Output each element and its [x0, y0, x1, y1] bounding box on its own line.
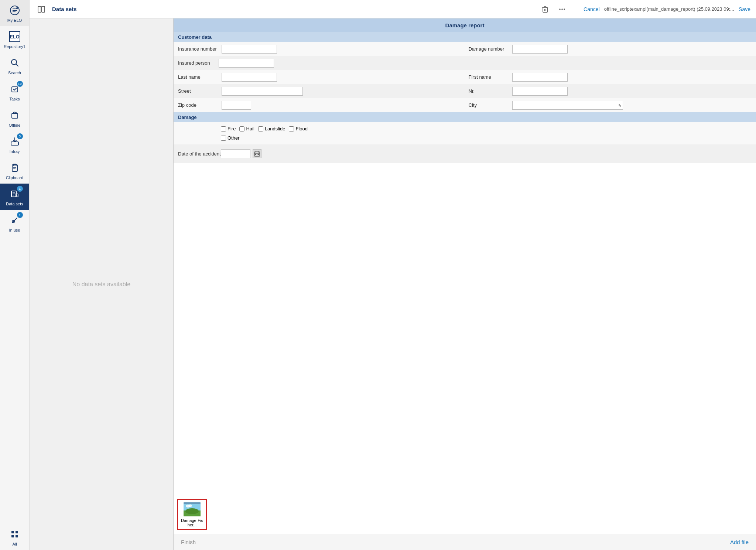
sidebar-item-label-my-elo: My ELO: [7, 18, 22, 23]
file-item[interactable]: Damage-Fisher...: [177, 499, 207, 530]
more-options-button[interactable]: [556, 3, 568, 16]
sidebar-item-all[interactable]: All: [0, 524, 29, 550]
damage-checkbox-group2: Other: [221, 135, 240, 141]
date-accident-label: Date of the accident: [178, 151, 221, 157]
file-title: offline_scriptexampl(main_damage_report)…: [604, 6, 734, 12]
svg-rect-45: [257, 154, 257, 155]
svg-point-4: [16, 8, 18, 9]
svg-rect-30: [543, 8, 547, 12]
other-checkbox-label[interactable]: Other: [221, 135, 240, 141]
damage-number-label: Damage number: [469, 46, 509, 52]
street-input[interactable]: [222, 87, 303, 96]
sidebar-item-clipboard[interactable]: Clipboard: [0, 157, 29, 184]
sidebar-item-in-use[interactable]: 1 In use: [0, 210, 29, 236]
insured-person-label: Insured person: [178, 60, 219, 66]
date-accident-input[interactable]: [221, 149, 250, 158]
fire-checkbox[interactable]: [221, 126, 226, 131]
main-content: Data sets Cancel offline_scriptexampl(ma…: [30, 0, 756, 550]
cancel-button[interactable]: Cancel: [584, 6, 600, 12]
flood-checkbox[interactable]: [289, 126, 294, 131]
sidebar-item-tasks[interactable]: 10 Tasks: [0, 79, 29, 105]
insurance-damage-row: Insurance number Damage number: [174, 42, 756, 56]
attachment-area: Damage-Fisher...: [174, 273, 756, 534]
sidebar: My ELO ELO Repository1 Search 10 Tasks: [0, 0, 30, 550]
topbar: Data sets Cancel offline_scriptexampl(ma…: [30, 0, 756, 18]
save-button[interactable]: Save: [739, 6, 750, 12]
form-header: Damage report: [174, 18, 756, 32]
sidebar-item-data-sets[interactable]: 1 Data sets: [0, 184, 29, 210]
last-name-input[interactable]: [222, 73, 277, 82]
svg-line-8: [16, 64, 18, 66]
insured-person-input[interactable]: [219, 59, 274, 68]
damage-number-input[interactable]: [512, 45, 568, 54]
fire-checkbox-label[interactable]: Fire: [221, 126, 236, 131]
sidebar-item-label-repo: Repository1: [4, 44, 25, 49]
right-panel: Damage report Customer data Insurance nu…: [174, 18, 756, 550]
city-input[interactable]: [512, 101, 623, 110]
svg-rect-28: [38, 6, 41, 12]
svg-point-38: [561, 8, 563, 10]
svg-rect-44: [255, 154, 256, 155]
sidebar-item-intray[interactable]: 3 Intray: [0, 131, 29, 157]
sidebar-item-label-tasks: Tasks: [9, 97, 20, 101]
sidebar-item-search[interactable]: Search: [0, 52, 29, 79]
other-checkbox[interactable]: [221, 136, 226, 141]
sidebar-item-repository1[interactable]: ELO Repository1: [0, 26, 29, 52]
nr-input[interactable]: [512, 87, 568, 96]
sidebar-item-label-all: All: [12, 542, 17, 546]
first-name-input[interactable]: [512, 73, 568, 82]
form-container: Damage report Customer data Insurance nu…: [174, 18, 756, 273]
calendar-button[interactable]: [253, 149, 261, 158]
svg-rect-48: [184, 502, 201, 504]
flood-checkbox-label[interactable]: Flood: [289, 126, 308, 131]
hail-checkbox[interactable]: [239, 126, 244, 131]
svg-rect-11: [11, 142, 18, 145]
landslide-checkbox[interactable]: [258, 126, 263, 131]
file-thumbnail-icon: [183, 502, 201, 517]
svg-rect-26: [11, 535, 14, 537]
bottom-bar: Finish Add file: [174, 534, 756, 550]
damage-checkbox-group: Fire Hail Landslide Flood: [221, 126, 308, 131]
street-label: Street: [178, 88, 219, 94]
name-row: Last name First name: [174, 70, 756, 84]
street-row: Street Nr.: [174, 84, 756, 98]
svg-rect-46: [258, 154, 259, 155]
sidebar-item-label-inuse: In use: [9, 228, 20, 232]
svg-line-22: [13, 218, 17, 222]
tasks-badge: 10: [17, 81, 23, 87]
zip-code-label: Zip code: [178, 102, 219, 108]
no-data-message: No data sets available: [72, 281, 130, 288]
sidebar-item-label-intray: Intray: [10, 149, 20, 154]
finish-button[interactable]: Finish: [181, 539, 196, 545]
svg-point-39: [564, 8, 565, 10]
sidebar-item-my-elo[interactable]: My ELO: [0, 0, 29, 26]
nr-label: Nr.: [469, 88, 509, 94]
datasets-badge: 1: [17, 186, 23, 192]
add-file-button[interactable]: Add file: [730, 539, 749, 545]
date-input-wrapper: [221, 149, 261, 158]
sidebar-item-offline[interactable]: Offline: [0, 105, 29, 131]
city-label: City: [469, 102, 509, 108]
topbar-title: Data sets: [52, 6, 77, 12]
svg-point-53: [188, 505, 192, 507]
damage-section-header: Damage: [174, 112, 756, 122]
panel-toggle-button[interactable]: [35, 3, 48, 16]
intray-badge: 3: [17, 133, 23, 139]
last-name-label: Last name: [178, 74, 219, 80]
damage-checkboxes-row: Fire Hail Landslide Flood: [174, 122, 756, 135]
zip-code-input[interactable]: [222, 101, 251, 110]
sidebar-item-label-clipboard: Clipboard: [6, 175, 23, 180]
hail-checkbox-label[interactable]: Hail: [239, 126, 254, 131]
zip-city-row: Zip code City ✎: [174, 98, 756, 112]
sidebar-item-label-search: Search: [8, 71, 21, 75]
content-area: No data sets available Damage report Cus…: [30, 18, 756, 550]
left-panel: No data sets available: [30, 18, 174, 550]
delete-button[interactable]: [539, 3, 551, 16]
sidebar-item-label-datasets: Data sets: [6, 202, 23, 206]
svg-rect-29: [42, 6, 45, 12]
insurance-number-input[interactable]: [222, 45, 277, 54]
sidebar-item-label-offline: Offline: [9, 123, 21, 127]
city-edit-icon: ✎: [618, 103, 622, 108]
landslide-checkbox-label[interactable]: Landslide: [258, 126, 285, 131]
svg-rect-10: [12, 113, 18, 118]
